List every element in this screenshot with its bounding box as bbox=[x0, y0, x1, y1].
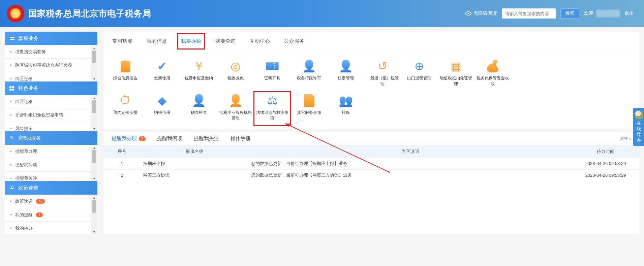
sidebar-item[interactable]: 风险提示 bbox=[5, 122, 97, 131]
scrollbar-track[interactable]: ▴▾ bbox=[91, 95, 97, 131]
sidebar-item[interactable]: 提醒我阅读 bbox=[5, 158, 97, 172]
service-label: 稽查检查 bbox=[181, 110, 216, 121]
bullet-icon bbox=[10, 51, 12, 53]
sidebar-item[interactable]: 我的提醒1 bbox=[5, 208, 97, 222]
scroll-down-icon[interactable]: ▾ bbox=[91, 229, 97, 234]
search-input[interactable] bbox=[502, 8, 556, 19]
sidebar-item[interactable]: 我的待办 bbox=[5, 222, 97, 234]
sidebar-item[interactable]: 提醒我关注 bbox=[5, 172, 97, 181]
scroll-up-icon[interactable]: ▴ bbox=[91, 95, 97, 100]
site-title: 国家税务总局北京市电子税务局 bbox=[28, 8, 151, 20]
float-help-button[interactable]: 在线导办 bbox=[633, 108, 644, 146]
main-tab[interactable]: 公众服务 bbox=[283, 36, 305, 46]
scroll-up-icon[interactable]: ▴ bbox=[91, 195, 97, 200]
scrollbar-thumb[interactable] bbox=[92, 51, 96, 63]
service-icon: 👥 bbox=[339, 94, 352, 107]
scroll-down-icon[interactable]: ▾ bbox=[91, 176, 97, 181]
sidebar-item[interactable]: 政策速递45 bbox=[5, 195, 97, 208]
service-icon: 👤 bbox=[229, 94, 242, 107]
service-label: 税费申报及缴纳 bbox=[181, 75, 216, 86]
service-item[interactable]: 👤税务行政许可 bbox=[290, 57, 327, 92]
sidebar-group-header[interactable]: 政策速递 bbox=[5, 181, 97, 195]
welcome-label: 欢迎 bbox=[584, 10, 593, 16]
sidebar: 套餐业务增量房交易套餐跨区域涉税事项综合办理套餐跨区迁移▴▾特色业务跨区迁移非营… bbox=[5, 32, 97, 234]
cell-no: 2 bbox=[103, 169, 141, 181]
search-button[interactable]: 搜索 bbox=[560, 8, 579, 19]
service-item[interactable]: 📄其它服务事项 bbox=[290, 92, 327, 126]
scrollbar-track[interactable]: ▴▾ bbox=[91, 45, 97, 81]
sidebar-group-header[interactable]: 套餐业务 bbox=[5, 32, 97, 45]
service-item[interactable]: ⚖法律追责与救济事项 bbox=[254, 92, 290, 126]
service-icon: ✔ bbox=[155, 59, 169, 73]
main-tab[interactable]: 我要办税 bbox=[180, 36, 202, 46]
logo-area[interactable]: ★ 国家税务总局北京市电子税务局 bbox=[7, 5, 151, 22]
scrollbar-thumb[interactable] bbox=[92, 100, 96, 113]
service-item[interactable]: 💰税务代保管资金收取 bbox=[474, 57, 511, 92]
service-item[interactable]: ↺一般退（抵）税管理 bbox=[364, 57, 401, 92]
reminder-tab-label: 提醒我关注 bbox=[194, 135, 219, 142]
scroll-up-icon[interactable]: ▴ bbox=[91, 45, 97, 51]
sidebar-item[interactable]: 跨区迁移 bbox=[5, 95, 97, 108]
logout-link[interactable]: 退出 bbox=[624, 10, 634, 16]
service-icon: ◎ bbox=[229, 59, 242, 73]
scrollbar-thumb[interactable] bbox=[92, 200, 96, 213]
service-item[interactable]: 👤核定管理 bbox=[327, 57, 364, 92]
service-item[interactable]: 👤稽查检查 bbox=[180, 92, 217, 126]
cell-time: 2023-04-26 09:53:29 bbox=[572, 158, 639, 169]
scrollbar-track[interactable]: ▴▾ bbox=[91, 195, 97, 234]
paper-icon bbox=[9, 186, 15, 190]
service-item[interactable]: 👥社保 bbox=[327, 92, 364, 126]
sidebar-item[interactable]: 提醒我办理 bbox=[5, 145, 97, 158]
sidebar-item[interactable]: 增量房交易套餐 bbox=[5, 45, 97, 59]
service-item[interactable]: ✔发票使用 bbox=[144, 57, 180, 92]
service-item[interactable]: ⏱预约定价安排 bbox=[107, 92, 144, 126]
sidebar-group-header[interactable]: 特色业务 bbox=[5, 81, 97, 95]
layers-icon bbox=[9, 36, 15, 41]
sidebar-item-label: 政策速递 bbox=[15, 198, 33, 204]
service-item[interactable]: 👤涉税专业服务机构管理 bbox=[217, 92, 254, 126]
sidebar-item[interactable]: 非营利组织免税资格申请 bbox=[5, 108, 97, 122]
reminder-tab[interactable]: 提醒我阅读 bbox=[157, 135, 182, 142]
reminder-tab[interactable]: 提醒我关注 bbox=[194, 135, 219, 142]
sidebar-group-header[interactable]: 定制e服务 bbox=[5, 131, 97, 145]
sidebar-item[interactable]: 跨区域涉税事项综合办理套餐 bbox=[5, 59, 97, 72]
service-grid: 📋综合信息报告✔发票使用￥税费申报及缴纳◎税收减免🎫证明开具👤税务行政许可👤核定… bbox=[103, 51, 639, 129]
bullet-icon bbox=[10, 114, 12, 116]
main-tab[interactable]: 常用功能 bbox=[112, 36, 133, 46]
reminder-tab[interactable]: 操作手册 bbox=[231, 135, 251, 142]
sidebar-item[interactable]: 跨区迁移 bbox=[5, 72, 97, 81]
cell-no: 1 bbox=[103, 158, 141, 169]
reminder-tab[interactable]: 提醒我办理2 bbox=[112, 135, 146, 142]
sidebar-group-title: 政策速递 bbox=[18, 185, 38, 191]
scrollbar-thumb[interactable] bbox=[92, 150, 96, 163]
service-item[interactable]: ◎税收减免 bbox=[217, 57, 254, 92]
service-item[interactable]: ￥税费申报及缴纳 bbox=[180, 57, 217, 92]
table-row[interactable]: 1按期应申报您的数据已更新，当前可办理【按期应申报】业务2023-04-26 0… bbox=[103, 158, 639, 169]
service-item[interactable]: ⊕出口退税管理 bbox=[401, 57, 437, 92]
main-tab[interactable]: 互动中心 bbox=[249, 36, 271, 46]
service-label: 税务行政许可 bbox=[291, 75, 327, 86]
service-icon: ⏱ bbox=[119, 94, 132, 107]
main-tab[interactable]: 我的信息 bbox=[146, 36, 167, 46]
cell-name: 网签三方协议 bbox=[141, 169, 248, 181]
service-label: 增值税抵扣凭证管理 bbox=[438, 75, 473, 87]
service-item[interactable]: 🎫证明开具 bbox=[254, 57, 290, 92]
scroll-down-icon[interactable]: ▾ bbox=[91, 126, 97, 131]
header: ★ 国家税务总局北京市电子税务局 无障碍阅读 搜索 欢迎 退出 bbox=[0, 0, 644, 27]
scroll-up-icon[interactable]: ▴ bbox=[91, 145, 97, 150]
service-item[interactable]: 📋综合信息报告 bbox=[107, 57, 144, 92]
accessibility-label: 无障碍阅读 bbox=[473, 10, 497, 16]
sidebar-group-title: 定制e服务 bbox=[18, 135, 41, 141]
scrollbar-track[interactable]: ▴▾ bbox=[91, 145, 97, 181]
more-link[interactable]: 更多 > bbox=[620, 136, 631, 141]
sidebar-item-label: 提醒我办理 bbox=[15, 148, 37, 155]
main-tab[interactable]: 我要查询 bbox=[215, 36, 236, 46]
float-help-label: 在线导办 bbox=[637, 121, 641, 143]
accessibility-link[interactable]: 无障碍阅读 bbox=[465, 10, 497, 16]
service-item[interactable]: ◆纳税信用 bbox=[144, 92, 180, 126]
service-item[interactable]: ▦增值税抵扣凭证管理 bbox=[437, 57, 474, 92]
service-icon: 👤 bbox=[339, 59, 352, 73]
scroll-down-icon[interactable]: ▾ bbox=[91, 76, 97, 81]
service-label: 核定管理 bbox=[328, 75, 363, 86]
table-row[interactable]: 2网签三方协议您的数据已更新，当前可办理【网签三方协议】业务2023-04-26… bbox=[103, 169, 639, 181]
